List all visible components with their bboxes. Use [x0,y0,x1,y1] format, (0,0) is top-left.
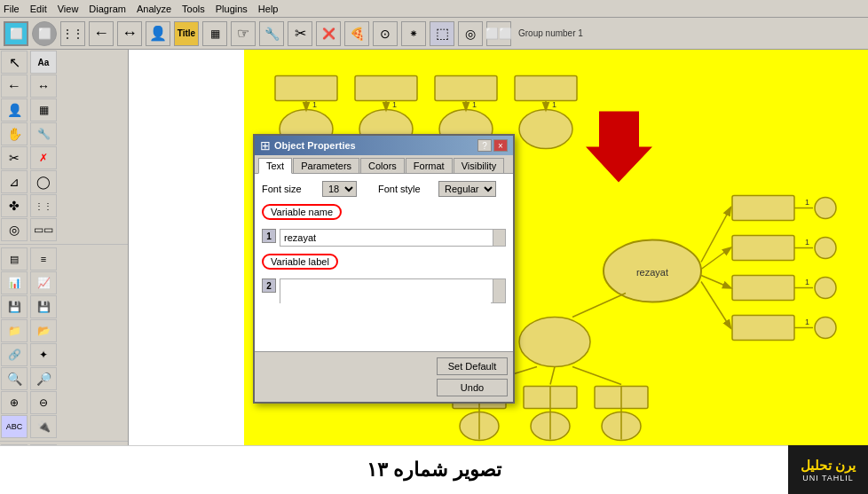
tool-pie[interactable]: ⊿ [1,170,28,193]
toolbar-btn-5[interactable]: ↔ [117,21,142,46]
toolbar-btn-16[interactable]: ⬜⬜ [486,21,511,46]
svg-line-39 [701,282,730,328]
menu-edit[interactable]: Edit [30,4,47,14]
font-style-select[interactable]: Regular Bold Italic [438,181,496,197]
object-properties-dialog[interactable]: ⊞ Object Properties ? × Text Parameters … [253,134,515,404]
logo-line2: UNI TAHLIL [802,474,854,482]
canvas-area[interactable]: 1 1 1 1 rezayat 1 1 1 [129,50,868,474]
dialog-tab-colors[interactable]: Colors [360,158,405,173]
svg-text:1: 1 [805,238,809,247]
tool-floppy[interactable]: 💾 [30,295,57,318]
svg-text:1: 1 [312,100,317,109]
toolbar-btn-13[interactable]: ⊙ [373,21,398,46]
scrollbar-2[interactable] [493,279,505,302]
svg-rect-4 [515,76,577,101]
variable-label-input-wrapper[interactable] [280,278,506,303]
svg-rect-24 [732,236,794,261]
tool-cross[interactable]: ✂ [1,146,28,169]
tool-network[interactable]: 🔗 [1,343,28,366]
toolbar-btn-6[interactable]: 👤 [146,21,170,46]
menu-view[interactable]: View [58,4,79,14]
tool-magnify[interactable]: ⊕ [1,391,28,414]
tool-folder2[interactable]: 📂 [30,319,57,342]
toolbar-btn-3[interactable]: ⋮⋮ [60,21,85,46]
dialog-tab-text[interactable]: Text [258,158,292,174]
svg-line-37 [701,248,730,270]
tool-hand[interactable]: ✋ [1,122,28,145]
tool-plug[interactable]: 🔌 [30,415,57,438]
tool-folder[interactable]: 📁 [1,319,28,342]
svg-rect-1 [275,76,337,101]
toolbar-btn-9[interactable]: 🔧 [259,21,284,46]
dialog-title: Object Properties [274,140,356,151]
menu-analyze[interactable]: Analyze [137,4,171,14]
toolbar-btn-7[interactable]: ▦ [202,21,227,46]
tool-minus-glass[interactable]: ⊖ [30,391,57,414]
dialog-close-btn[interactable]: × [493,139,508,152]
tool-text[interactable]: Aa [30,51,57,74]
tool-wrench[interactable]: 🔧 [30,122,57,145]
menu-file[interactable]: File [4,4,20,14]
dialog-tab-format[interactable]: Format [406,158,453,173]
svg-line-53 [572,294,626,318]
tool-arrow-both[interactable]: ↔ [30,74,57,98]
tool-save[interactable]: 💾 [1,295,28,318]
toolbar-btn-4[interactable]: ← [89,21,114,46]
logo-line1: یرن تحلیل [801,458,856,474]
font-size-label: Font size [262,184,315,194]
tool-abc[interactable]: ABC [1,415,28,438]
toolbar-btn-1[interactable]: ⬜ [4,21,28,46]
tool-zoom-out[interactable]: 🔎 [30,367,57,390]
menu-plugins[interactable]: Plugins [216,4,248,14]
tool-star[interactable]: ✦ [30,343,57,366]
tool-graph[interactable]: 📈 [30,271,57,294]
toolbar-btn-10[interactable]: ✂ [288,21,312,46]
dialog-icon: ⊞ [260,138,271,153]
tool-lines[interactable]: ≡ [30,247,57,271]
tool-ring[interactable]: ◯ [30,170,57,193]
variable-name-input-wrapper[interactable] [280,229,506,247]
toolbar-btn-12[interactable]: 🍕 [344,21,369,46]
undo-btn[interactable]: Undo [437,379,508,396]
scrollbar-1[interactable] [493,230,505,246]
svg-point-21 [815,198,836,219]
svg-rect-2 [355,76,417,101]
tool-circle[interactable]: ◎ [1,218,28,241]
toolbar-btn-8[interactable]: ☞ [231,21,256,46]
group-number-label: Group number 1 [518,28,583,38]
tool-select[interactable]: ↖ [1,51,28,74]
set-default-btn[interactable]: Set Default [437,357,508,375]
dialog-help-btn[interactable]: ? [477,139,492,152]
toolbar-btn-2[interactable]: ⬜ [32,21,57,46]
menu-diagram[interactable]: Diagram [89,4,126,14]
tool-x[interactable]: ✗ [30,146,57,169]
toolbar-btn-11[interactable]: ❌ [316,21,341,46]
font-size-select[interactable]: 18 12 14 16 24 [322,181,357,197]
variable-label-input[interactable] [280,279,491,304]
toolbar-btn-special[interactable]: ⬚ [430,21,454,46]
tool-rect-small[interactable]: ▭▭ [30,218,57,241]
tool-person[interactable]: 👤 [1,98,28,122]
tool-grid[interactable]: ▦ [30,98,57,122]
logo-area: یرن تحلیل UNI TAHLIL [788,445,868,494]
tool-dots[interactable]: ⋮⋮ [30,194,57,217]
svg-line-36 [701,208,730,263]
menu-tools[interactable]: Tools [182,4,205,14]
toolbar-btn-title[interactable]: Title [174,21,199,46]
dialog-tab-parameters[interactable]: Parameters [293,158,359,173]
tool-arrow-left[interactable]: ← [1,74,28,98]
toolbar-btn-15[interactable]: ◎ [458,21,483,46]
dialog-tabs: Text Parameters Colors Format Visibility [255,155,513,174]
tool-table[interactable]: ▤ [1,247,28,271]
variable-name-input[interactable] [280,230,491,246]
tool-puzzle[interactable]: ✤ [1,194,28,217]
tool-zoom-in[interactable]: 🔍 [1,367,28,390]
caption-text: تصویر شماره ۱۳ [0,459,868,482]
menu-help[interactable]: Help [258,4,279,14]
badge-2: 2 [262,278,276,293]
toolbar: ⬜ ⬜ ⋮⋮ ← ↔ 👤 Title ▦ ☞ 🔧 ✂ ❌ 🍕 ⊙ ⁕ ⬚ ◎ ⬜… [0,18,868,50]
toolbar-btn-14[interactable]: ⁕ [401,21,426,46]
svg-point-40 [519,318,590,367]
dialog-tab-visibility[interactable]: Visibility [454,158,505,173]
tool-bar[interactable]: 📊 [1,271,28,294]
